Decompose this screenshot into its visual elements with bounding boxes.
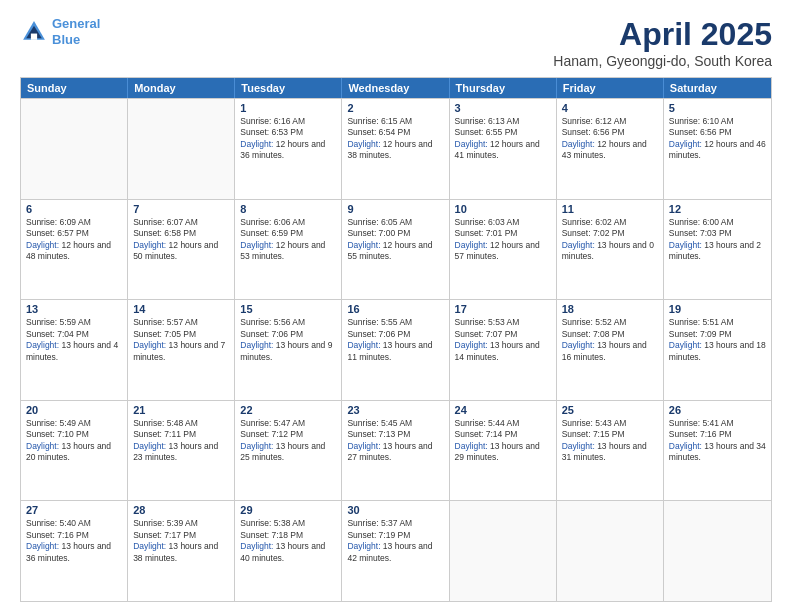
day-number: 5 [669, 102, 766, 114]
daylight-label: Daylight: [26, 541, 59, 551]
daylight-label: Daylight: [562, 240, 595, 250]
daylight-label: Daylight: [455, 340, 488, 350]
day-number: 19 [669, 303, 766, 315]
day-number: 9 [347, 203, 443, 215]
calendar: SundayMondayTuesdayWednesdayThursdayFrid… [20, 77, 772, 602]
cell-info: Sunrise: 6:05 AMSunset: 7:00 PMDaylight:… [347, 217, 443, 263]
cell-info: Sunrise: 5:44 AMSunset: 7:14 PMDaylight:… [455, 418, 551, 464]
calendar-cell [557, 501, 664, 601]
daylight-label: Daylight: [669, 340, 702, 350]
day-number: 8 [240, 203, 336, 215]
cell-info: Sunrise: 5:57 AMSunset: 7:05 PMDaylight:… [133, 317, 229, 363]
month-title: April 2025 [553, 16, 772, 53]
calendar-cell: 24Sunrise: 5:44 AMSunset: 7:14 PMDayligh… [450, 401, 557, 501]
day-number: 27 [26, 504, 122, 516]
calendar-cell: 5Sunrise: 6:10 AMSunset: 6:56 PMDaylight… [664, 99, 771, 199]
day-number: 18 [562, 303, 658, 315]
weekday-header-monday: Monday [128, 78, 235, 98]
calendar-cell: 20Sunrise: 5:49 AMSunset: 7:10 PMDayligh… [21, 401, 128, 501]
cell-info: Sunrise: 5:51 AMSunset: 7:09 PMDaylight:… [669, 317, 766, 363]
calendar-cell: 8Sunrise: 6:06 AMSunset: 6:59 PMDaylight… [235, 200, 342, 300]
calendar-cell: 16Sunrise: 5:55 AMSunset: 7:06 PMDayligh… [342, 300, 449, 400]
logo-icon [20, 18, 48, 46]
calendar-row-4: 20Sunrise: 5:49 AMSunset: 7:10 PMDayligh… [21, 400, 771, 501]
calendar-row-1: 1Sunrise: 6:16 AMSunset: 6:53 PMDaylight… [21, 98, 771, 199]
weekday-header-wednesday: Wednesday [342, 78, 449, 98]
cell-info: Sunrise: 5:52 AMSunset: 7:08 PMDaylight:… [562, 317, 658, 363]
day-number: 11 [562, 203, 658, 215]
daylight-label: Daylight: [347, 340, 380, 350]
cell-info: Sunrise: 5:53 AMSunset: 7:07 PMDaylight:… [455, 317, 551, 363]
cell-info: Sunrise: 5:39 AMSunset: 7:17 PMDaylight:… [133, 518, 229, 564]
logo: General Blue [20, 16, 100, 47]
day-number: 17 [455, 303, 551, 315]
cell-info: Sunrise: 6:13 AMSunset: 6:55 PMDaylight:… [455, 116, 551, 162]
cell-info: Sunrise: 6:06 AMSunset: 6:59 PMDaylight:… [240, 217, 336, 263]
daylight-label: Daylight: [133, 240, 166, 250]
daylight-label: Daylight: [347, 541, 380, 551]
cell-info: Sunrise: 5:59 AMSunset: 7:04 PMDaylight:… [26, 317, 122, 363]
day-number: 23 [347, 404, 443, 416]
day-number: 7 [133, 203, 229, 215]
calendar-cell: 25Sunrise: 5:43 AMSunset: 7:15 PMDayligh… [557, 401, 664, 501]
daylight-label: Daylight: [26, 441, 59, 451]
daylight-label: Daylight: [562, 340, 595, 350]
cell-info: Sunrise: 5:55 AMSunset: 7:06 PMDaylight:… [347, 317, 443, 363]
calendar-cell: 26Sunrise: 5:41 AMSunset: 7:16 PMDayligh… [664, 401, 771, 501]
daylight-label: Daylight: [133, 340, 166, 350]
calendar-cell [21, 99, 128, 199]
header: General Blue April 2025 Hanam, Gyeonggi-… [20, 16, 772, 69]
cell-info: Sunrise: 6:03 AMSunset: 7:01 PMDaylight:… [455, 217, 551, 263]
calendar-cell: 17Sunrise: 5:53 AMSunset: 7:07 PMDayligh… [450, 300, 557, 400]
day-number: 15 [240, 303, 336, 315]
day-number: 14 [133, 303, 229, 315]
day-number: 30 [347, 504, 443, 516]
day-number: 22 [240, 404, 336, 416]
location-title: Hanam, Gyeonggi-do, South Korea [553, 53, 772, 69]
calendar-cell: 14Sunrise: 5:57 AMSunset: 7:05 PMDayligh… [128, 300, 235, 400]
daylight-label: Daylight: [562, 441, 595, 451]
calendar-row-3: 13Sunrise: 5:59 AMSunset: 7:04 PMDayligh… [21, 299, 771, 400]
calendar-cell: 28Sunrise: 5:39 AMSunset: 7:17 PMDayligh… [128, 501, 235, 601]
day-number: 28 [133, 504, 229, 516]
cell-info: Sunrise: 5:43 AMSunset: 7:15 PMDaylight:… [562, 418, 658, 464]
cell-info: Sunrise: 6:12 AMSunset: 6:56 PMDaylight:… [562, 116, 658, 162]
calendar-cell [450, 501, 557, 601]
calendar-cell: 7Sunrise: 6:07 AMSunset: 6:58 PMDaylight… [128, 200, 235, 300]
weekday-header-tuesday: Tuesday [235, 78, 342, 98]
day-number: 20 [26, 404, 122, 416]
cell-info: Sunrise: 5:47 AMSunset: 7:12 PMDaylight:… [240, 418, 336, 464]
calendar-cell: 27Sunrise: 5:40 AMSunset: 7:16 PMDayligh… [21, 501, 128, 601]
daylight-label: Daylight: [562, 139, 595, 149]
calendar-cell: 2Sunrise: 6:15 AMSunset: 6:54 PMDaylight… [342, 99, 449, 199]
day-number: 12 [669, 203, 766, 215]
day-number: 4 [562, 102, 658, 114]
daylight-label: Daylight: [455, 240, 488, 250]
day-number: 13 [26, 303, 122, 315]
cell-info: Sunrise: 6:07 AMSunset: 6:58 PMDaylight:… [133, 217, 229, 263]
day-number: 25 [562, 404, 658, 416]
day-number: 29 [240, 504, 336, 516]
daylight-label: Daylight: [455, 139, 488, 149]
daylight-label: Daylight: [240, 541, 273, 551]
logo-text: General Blue [52, 16, 100, 47]
svg-rect-2 [31, 33, 37, 39]
cell-info: Sunrise: 5:45 AMSunset: 7:13 PMDaylight:… [347, 418, 443, 464]
calendar-cell: 13Sunrise: 5:59 AMSunset: 7:04 PMDayligh… [21, 300, 128, 400]
daylight-label: Daylight: [455, 441, 488, 451]
calendar-header: SundayMondayTuesdayWednesdayThursdayFrid… [21, 78, 771, 98]
weekday-header-saturday: Saturday [664, 78, 771, 98]
calendar-cell: 19Sunrise: 5:51 AMSunset: 7:09 PMDayligh… [664, 300, 771, 400]
calendar-cell: 6Sunrise: 6:09 AMSunset: 6:57 PMDaylight… [21, 200, 128, 300]
calendar-cell: 21Sunrise: 5:48 AMSunset: 7:11 PMDayligh… [128, 401, 235, 501]
cell-info: Sunrise: 6:10 AMSunset: 6:56 PMDaylight:… [669, 116, 766, 162]
daylight-label: Daylight: [240, 441, 273, 451]
cell-info: Sunrise: 5:41 AMSunset: 7:16 PMDaylight:… [669, 418, 766, 464]
daylight-label: Daylight: [133, 441, 166, 451]
calendar-cell: 15Sunrise: 5:56 AMSunset: 7:06 PMDayligh… [235, 300, 342, 400]
daylight-label: Daylight: [347, 139, 380, 149]
weekday-header-friday: Friday [557, 78, 664, 98]
calendar-cell: 1Sunrise: 6:16 AMSunset: 6:53 PMDaylight… [235, 99, 342, 199]
cell-info: Sunrise: 6:16 AMSunset: 6:53 PMDaylight:… [240, 116, 336, 162]
calendar-cell [664, 501, 771, 601]
